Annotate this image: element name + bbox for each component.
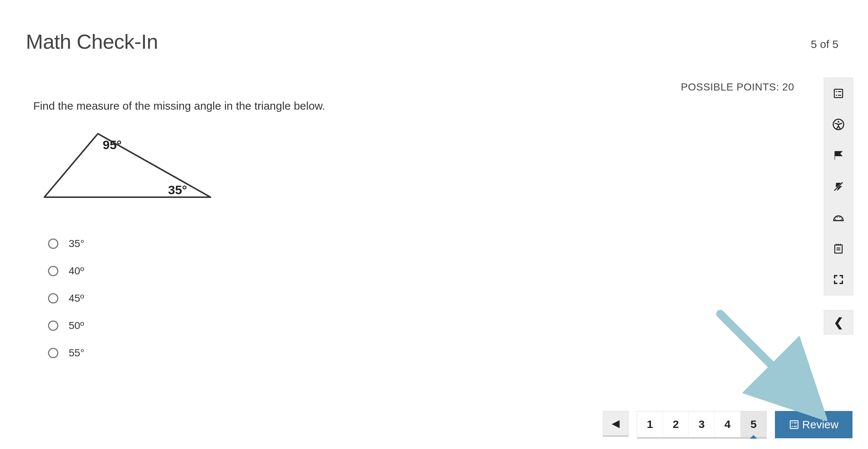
tools-toolbar	[824, 78, 853, 295]
svg-rect-14	[835, 245, 842, 253]
svg-line-12	[840, 217, 840, 217]
bottom-nav: ◀ 1 2 3 4 5 Review	[603, 411, 852, 439]
page-3-button[interactable]: 3	[689, 411, 715, 437]
triangle-left-icon: ◀	[612, 417, 620, 429]
angle-top-label: 95°	[103, 138, 122, 152]
svg-rect-1	[834, 89, 843, 98]
page-numbers: 1 2 3 4 5	[637, 411, 767, 439]
option-3[interactable]: 50º	[48, 320, 698, 332]
strike-button[interactable]	[824, 171, 853, 202]
notepad-button[interactable]	[824, 233, 853, 264]
radio-icon	[48, 348, 58, 358]
protractor-button[interactable]	[824, 202, 853, 233]
page-2-button[interactable]: 2	[663, 411, 689, 437]
svg-point-23	[792, 426, 793, 427]
question-body: Find the measure of the missing angle in…	[33, 100, 698, 374]
option-4[interactable]: 55°	[48, 347, 698, 359]
question-prompt: Find the measure of the missing angle in…	[33, 100, 698, 112]
svg-point-4	[836, 95, 837, 96]
answer-options: 35° 40º 45º 50º 55°	[48, 238, 698, 359]
strike-icon	[833, 181, 844, 192]
annotation-arrow	[709, 303, 827, 421]
review-icon	[789, 419, 799, 430]
collapse-toolbar-button[interactable]: ❮	[824, 310, 853, 335]
svg-point-2	[836, 91, 837, 92]
fullscreen-button[interactable]	[824, 264, 853, 295]
option-label: 45º	[69, 292, 84, 304]
triangle-figure: 95° 35°	[41, 123, 698, 205]
option-0[interactable]: 35°	[48, 238, 698, 250]
page-title: Math Check-In	[26, 30, 158, 54]
fullscreen-icon	[833, 274, 844, 285]
accessibility-button[interactable]	[824, 109, 853, 140]
page-1-button[interactable]: 1	[637, 411, 663, 437]
svg-point-21	[792, 422, 793, 424]
chevron-left-icon: ❮	[834, 315, 844, 329]
protractor-icon	[832, 211, 845, 224]
flag-button[interactable]	[824, 140, 853, 171]
radio-icon	[48, 239, 58, 249]
flag-icon	[833, 150, 844, 161]
svg-point-7	[838, 121, 840, 123]
svg-line-25	[720, 314, 805, 399]
option-2[interactable]: 45º	[48, 292, 698, 304]
review-label: Review	[802, 418, 838, 431]
header: Math Check-In 5 of 5	[0, 0, 868, 54]
radio-icon	[48, 321, 58, 331]
page-5-button[interactable]: 5	[741, 411, 766, 437]
prev-button[interactable]: ◀	[603, 411, 629, 437]
radio-icon	[48, 266, 58, 276]
summary-icon	[833, 88, 844, 99]
summary-button[interactable]	[824, 78, 853, 109]
option-label: 35°	[69, 238, 84, 250]
accessibility-icon	[832, 118, 845, 131]
radio-icon	[48, 293, 58, 304]
svg-line-13	[841, 219, 841, 219]
option-label: 55°	[69, 347, 84, 359]
svg-line-11	[837, 217, 837, 217]
svg-line-10	[835, 219, 836, 219]
option-label: 50º	[69, 320, 84, 332]
notepad-icon	[833, 243, 844, 254]
option-1[interactable]: 40º	[48, 265, 698, 277]
angle-right-label: 35°	[168, 183, 187, 197]
review-button[interactable]: Review	[775, 411, 852, 438]
option-label: 40º	[69, 265, 84, 277]
svg-rect-20	[790, 421, 798, 429]
question-counter: 5 of 5	[811, 38, 842, 54]
page-4-button[interactable]: 4	[715, 411, 741, 437]
possible-points-label: POSSIBLE POINTS: 20	[681, 81, 794, 93]
